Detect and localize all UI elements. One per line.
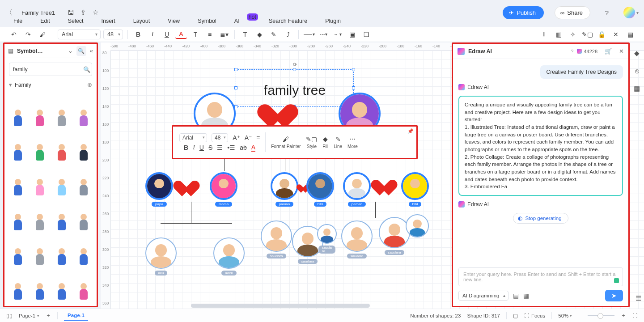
menu-edit[interactable]: Edit: [40, 18, 50, 24]
symbol-item[interactable]: [8, 163, 27, 195]
ai-panel-icon[interactable]: ⎋: [635, 67, 639, 75]
menu-select[interactable]: Select: [68, 18, 84, 24]
symbol-item[interactable]: [30, 198, 49, 230]
ai-input-box[interactable]: Enter your query here. Press Enter to se…: [458, 267, 623, 286]
canvas-title-text[interactable]: family tree: [236, 83, 354, 98]
align-icon[interactable]: ≡: [204, 29, 216, 40]
heart-icon[interactable]: [181, 181, 199, 199]
category-dropdown-icon[interactable]: ⌄: [68, 47, 73, 54]
frame-icon[interactable]: ▣: [346, 29, 358, 40]
line-spacing-icon[interactable]: ≣▾: [218, 29, 230, 40]
selection-handle[interactable]: [352, 68, 355, 71]
connector-line[interactable]: [161, 223, 232, 224]
symbol-item[interactable]: [8, 129, 27, 161]
share-button[interactable]: ∞ Share: [555, 6, 590, 19]
symbol-item[interactable]: [52, 198, 71, 230]
account-menu[interactable]: ▾: [619, 7, 639, 18]
symbol-item[interactable]: [8, 233, 27, 265]
float-font-family-dropdown[interactable]: Arial: [179, 133, 207, 142]
symbol-item[interactable]: [8, 198, 27, 230]
symbol-item[interactable]: [30, 233, 49, 265]
person-paman[interactable]: paman: [271, 172, 298, 207]
symbol-search-field[interactable]: [13, 66, 83, 72]
page-dropdown[interactable]: Page-1 ▾: [19, 313, 39, 318]
align-icon[interactable]: ≡: [256, 134, 260, 141]
style-button[interactable]: ✎▢ Style: [306, 136, 317, 149]
image-edit-icon[interactable]: ✎▢: [581, 29, 593, 40]
add-category-icon[interactable]: ⊕: [87, 81, 92, 88]
menu-file[interactable]: File: [13, 18, 22, 24]
page-settings-icon[interactable]: ▤: [624, 29, 636, 40]
format-painter-button[interactable]: 🖌 Format Painter: [271, 136, 301, 149]
arrow-style-dropdown[interactable]: ↔ ▾: [332, 29, 343, 40]
italic-icon[interactable]: I: [193, 144, 195, 151]
person-saudara1[interactable]: saudara: [261, 220, 292, 258]
search-icon[interactable]: 🔍: [83, 66, 90, 73]
symbol-item[interactable]: [74, 129, 93, 161]
menu-view[interactable]: View: [168, 18, 180, 24]
person-papa[interactable]: papa: [145, 172, 173, 207]
selection-handle[interactable]: [293, 68, 296, 71]
ai-mode-dropdown[interactable]: AI Diagramming: [458, 291, 508, 301]
rotate-handle-icon[interactable]: ⟳: [293, 62, 297, 68]
add-page-button[interactable]: ＋: [46, 312, 51, 319]
menu-symbol[interactable]: Symbol: [198, 18, 216, 24]
tools-icon[interactable]: ✕: [610, 29, 622, 40]
symbol-item[interactable]: [30, 267, 49, 300]
pages-panel-icon[interactable]: ▯▯: [6, 313, 13, 319]
symbol-item[interactable]: [30, 94, 49, 126]
person-adek[interactable]: adek: [213, 237, 245, 275]
symbol-search-toggle[interactable]: 🔍: [76, 46, 86, 56]
selection-handle[interactable]: [234, 68, 237, 71]
align-objects-icon[interactable]: ⦀: [538, 29, 550, 40]
symbol-item[interactable]: [52, 163, 71, 195]
symbol-item[interactable]: [74, 163, 93, 195]
attach-icon[interactable]: ▤: [513, 292, 519, 299]
template-icon[interactable]: ▦: [523, 292, 529, 299]
fill-button[interactable]: ◆ Fill: [322, 136, 328, 149]
decrease-font-icon[interactable]: A⁻: [245, 134, 252, 141]
canvas-horizontal-scrollbar[interactable]: [191, 304, 370, 308]
line-tool-icon[interactable]: ✎: [268, 29, 280, 40]
distribute-icon[interactable]: ▥: [553, 29, 564, 40]
symbol-search-input[interactable]: 🔍: [9, 63, 92, 76]
menu-insert[interactable]: Insert: [101, 18, 115, 24]
effects-icon[interactable]: ✧: [567, 29, 579, 40]
lock-icon[interactable]: 🔒: [596, 29, 607, 40]
zoom-slider[interactable]: [588, 315, 614, 316]
send-button[interactable]: ➤: [605, 290, 623, 301]
person-saudara5[interactable]: [406, 214, 429, 237]
person-mama[interactable]: mama: [210, 172, 237, 207]
connector-line[interactable]: [224, 158, 225, 171]
menu-layout[interactable]: Layout: [133, 18, 150, 24]
apps-icon[interactable]: ▦: [634, 85, 640, 93]
float-font-size-dropdown[interactable]: 48: [212, 133, 228, 142]
library-icon[interactable]: ▤: [8, 47, 13, 54]
person-paman2[interactable]: paman: [343, 172, 371, 207]
cart-icon[interactable]: 🛒: [605, 48, 612, 55]
zoom-in-button[interactable]: ＋: [621, 312, 626, 319]
connector-line[interactable]: [375, 202, 376, 218]
connector-line[interactable]: [285, 158, 285, 171]
collapse-panel-icon[interactable]: «: [90, 47, 93, 54]
bold-icon[interactable]: B: [184, 144, 188, 151]
menu-plugin[interactable]: Plugin: [325, 18, 341, 24]
settings-slider-icon[interactable]: ☰: [636, 294, 641, 302]
symbol-item[interactable]: [52, 267, 71, 300]
bold-icon[interactable]: B: [132, 29, 144, 40]
zoom-dropdown[interactable]: 50% ▾: [558, 313, 572, 318]
symbol-item[interactable]: [52, 233, 71, 265]
symbol-item[interactable]: [74, 198, 93, 230]
symbol-item[interactable]: [52, 129, 71, 161]
close-icon[interactable]: ✕: [619, 48, 624, 55]
numbered-list-icon[interactable]: ☰: [217, 144, 223, 151]
symbol-item[interactable]: [74, 267, 93, 300]
strike-icon[interactable]: S: [208, 144, 212, 151]
fill-tool-icon[interactable]: ◆: [254, 29, 265, 40]
fullscreen-icon[interactable]: ⛶: [632, 313, 638, 318]
font-color-icon[interactable]: A: [251, 144, 255, 152]
stop-generating-button[interactable]: ◐ Stop generating: [513, 213, 568, 224]
connector-line[interactable]: [303, 202, 303, 221]
bulleted-list-icon[interactable]: •☰: [227, 144, 235, 151]
font-family-dropdown[interactable]: Arial: [58, 30, 101, 39]
